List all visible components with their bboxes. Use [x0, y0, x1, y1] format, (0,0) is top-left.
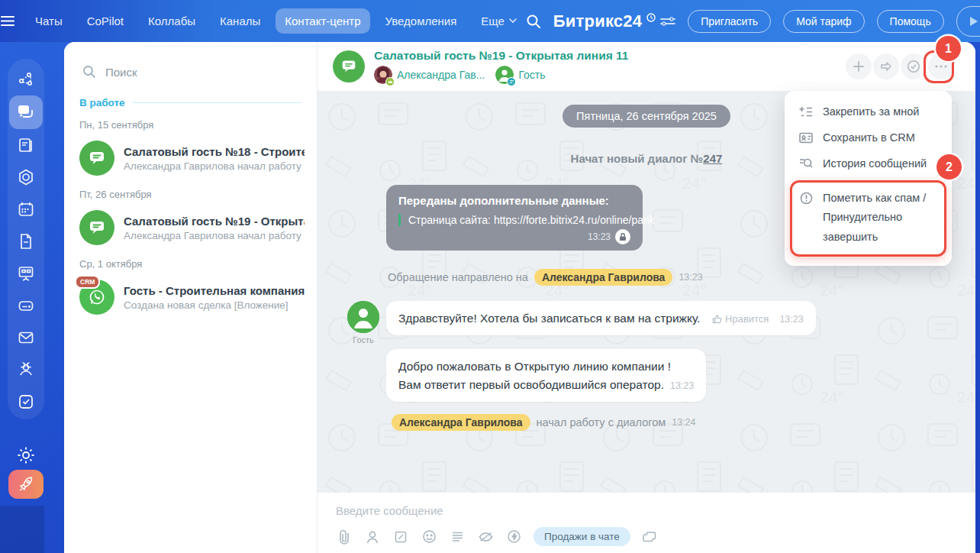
text-format-icon[interactable] [449, 529, 466, 545]
chat-title[interactable]: Салатовый гость №19 - Открытая линия 11 [374, 49, 628, 63]
guest-avatar[interactable] [495, 66, 514, 84]
system-card-title: Переданы дополнительные данные: [398, 194, 630, 207]
menu-item-label: История сообщений [823, 157, 927, 170]
message-time: 13:24 [672, 417, 695, 428]
crm-badge: CRM [75, 275, 100, 289]
message-text-line1: Добро пожаловать в Открытую линию компан… [398, 357, 694, 375]
topbar-right: Битрикс24 Пригласить Мой тариф Помощь 18… [526, 6, 980, 37]
quote-block-icon[interactable] [392, 529, 409, 545]
automation-icon[interactable] [16, 167, 36, 187]
settings-gear-icon[interactable] [16, 445, 36, 468]
operator-pill[interactable]: Александра Гаврилова [534, 269, 673, 286]
chat-members: Александра Гав... Гость [374, 66, 628, 84]
crm-board-icon[interactable] [16, 264, 36, 283]
like-label: Нравится [725, 313, 769, 325]
menu-item-message-history[interactable]: История сообщений [785, 150, 952, 176]
date-separator: Пятница, 26 сентября 2025 [563, 105, 730, 128]
openline-chat-icon [79, 141, 114, 176]
chat-list-panel: В работе Пн, 15 сентября Салатовый гость… [64, 42, 317, 553]
chat-search[interactable] [64, 59, 317, 89]
mention-person-icon[interactable] [364, 529, 381, 545]
chat-title: Гость - Строительная компания Гран... [124, 284, 305, 297]
mail-icon[interactable] [16, 328, 36, 348]
nav-item-collabs[interactable]: Коллабы [139, 8, 205, 34]
help-button[interactable]: Помощь [877, 10, 944, 33]
copy-windows-icon[interactable] [642, 529, 659, 545]
nav-item-contact-center[interactable]: Контакт-центр [276, 8, 369, 34]
news-feed-icon[interactable] [16, 135, 36, 155]
finish-dialog-button[interactable] [901, 53, 927, 79]
hidden-message-icon[interactable] [477, 529, 494, 545]
date-group-label: Ср, 1 октября [64, 251, 317, 274]
message-time: 13:23 [588, 231, 611, 242]
work-timer[interactable]: 18:47 [956, 6, 980, 37]
date-group-label: Пт, 26 сентября [64, 181, 317, 205]
site-page-url[interactable]: https://forte.bitrix24.ru/online/parik [494, 214, 655, 226]
message-input[interactable] [336, 504, 957, 517]
search-input[interactable] [105, 66, 258, 79]
history-search-icon [798, 157, 813, 170]
check-circle-icon [907, 60, 920, 73]
tune-icon[interactable] [660, 15, 675, 27]
list-item[interactable]: Салатовый гость №19 - Открытая ли... Але… [64, 205, 317, 251]
drive-icon[interactable] [16, 296, 36, 315]
system-card-meta: 13:23 [398, 229, 630, 244]
menu-item-save-to-crm[interactable]: Сохранить в CRM [785, 125, 952, 150]
routed-system-message: Обращение направлено на Александра Гаври… [388, 269, 975, 286]
chat-last-message: Александра Гаврилова начал работу с ди..… [124, 160, 305, 172]
nav-item-copilot[interactable]: CoPilot [78, 8, 133, 34]
chat-avatar-icon [333, 50, 365, 82]
left-sidebar [0, 42, 64, 553]
menu-item-mark-as-spam[interactable]: Пометить как спам / Принудительно заверш… [790, 180, 946, 257]
rocket-icon [18, 476, 34, 493]
nav-item-channels[interactable]: Каналы [211, 8, 269, 34]
crm-card-icon [798, 132, 813, 144]
chat-last-message: Создана новая сделка [Вложение] [124, 299, 305, 311]
list-item[interactable]: Салатовый гость №18 - Строительна... Але… [64, 135, 317, 181]
search-icon[interactable] [526, 14, 541, 29]
people-icon[interactable] [16, 360, 36, 380]
menu-item-assign-to-me[interactable]: Закрепить за мной [785, 99, 952, 125]
operator-pill[interactable]: Александра Гаврилова [392, 414, 530, 431]
add-participant-button[interactable] [846, 53, 872, 79]
my-plan-button[interactable]: Мой тариф [783, 10, 864, 33]
like-button[interactable]: Нравится [712, 313, 769, 325]
menu-item-label: Пометить как спам / Принудительно заверш… [823, 189, 938, 247]
quick-reply-icon[interactable] [505, 529, 522, 545]
guest-avatar[interactable] [347, 301, 379, 333]
ellipsis-icon [935, 65, 947, 68]
welcome-message-row: Добро пожаловать в Открытую линию компан… [318, 349, 975, 402]
system-data-card: Переданы дополнительные данные: Страница… [386, 185, 643, 251]
dialog-number[interactable]: 247 [703, 152, 722, 165]
guest-avatar-column: Гость [347, 301, 380, 344]
nav-item-more[interactable]: Еще [472, 8, 526, 34]
network-icon[interactable] [16, 70, 36, 89]
hamburger-menu-button[interactable] [0, 15, 15, 27]
calendar-icon[interactable] [16, 199, 36, 219]
list-item-texts: Гость - Строительная компания Гран... Со… [124, 284, 305, 311]
invite-button[interactable]: Пригласить [688, 10, 771, 33]
queue-badge-icon [507, 77, 516, 86]
list-item[interactable]: CRM Гость - Строительная компания Гран..… [64, 274, 317, 320]
forward-button[interactable] [873, 53, 899, 79]
date-group-label: Пн, 15 сентября [64, 112, 317, 135]
sidebar-item-messenger[interactable] [9, 95, 43, 129]
rocket-button[interactable] [8, 470, 44, 499]
message-time: 13:23 [670, 380, 694, 391]
nav-item-notifications[interactable]: Уведомления [376, 8, 466, 34]
nav-item-chats[interactable]: Чаты [26, 8, 72, 34]
chat-header-titles: Салатовый гость №19 - Открытая линия 11 … [374, 49, 628, 84]
guest-name[interactable]: Гость [518, 69, 545, 81]
spam-label-line1: Пометить как спам / [823, 189, 938, 208]
channel-pill[interactable]: Продажи в чате [534, 527, 630, 546]
tasks-icon[interactable] [16, 392, 36, 412]
operator-avatar[interactable] [374, 66, 392, 84]
operator-name[interactable]: Александра Гав... [397, 69, 485, 81]
site-page-label: Страница сайта: [408, 214, 491, 226]
emoji-icon[interactable] [421, 529, 437, 545]
whatsapp-icon: CRM [79, 280, 114, 315]
documents-icon[interactable] [16, 231, 36, 251]
attach-file-icon[interactable] [336, 529, 353, 545]
message-composer: Продажи в чате [318, 493, 975, 553]
callout-badge-1: 1 [936, 36, 961, 61]
